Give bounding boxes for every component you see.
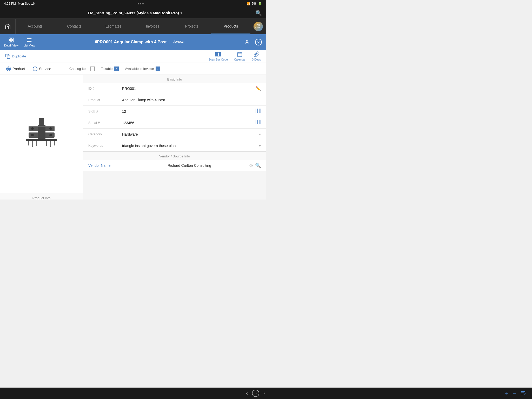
record-title: #PRO001 Angular Clamp with 4 Post bbox=[95, 40, 167, 44]
nav-bar: Accounts Contacts Estimates Invoices Pro… bbox=[0, 19, 266, 34]
product-radio-group[interactable]: Product bbox=[6, 66, 25, 71]
serial-value: 123456 bbox=[122, 121, 254, 125]
svg-point-22 bbox=[49, 127, 52, 130]
nav-item-estimates[interactable]: Estimates bbox=[94, 19, 133, 34]
available-invoice-box[interactable]: ✓ bbox=[156, 66, 160, 71]
keywords-dropdown-icon[interactable]: ▾ bbox=[259, 144, 261, 148]
sku-label: SKU # bbox=[88, 109, 122, 113]
id-field-row: ID # PRO001 ✏️ bbox=[83, 83, 266, 94]
svg-rect-34 bbox=[256, 109, 256, 113]
category-label: Category bbox=[88, 132, 122, 136]
keywords-label: Keywords bbox=[88, 144, 122, 148]
vendor-info-header: Vendor / Source Info bbox=[83, 152, 266, 160]
title-dropdown-arrow[interactable]: ▾ bbox=[181, 11, 182, 15]
docs-button[interactable]: 0 Docs bbox=[252, 51, 261, 61]
nav-items: Accounts Contacts Estimates Invoices Pro… bbox=[16, 19, 250, 34]
toolbar-left: Detail View List View bbox=[4, 37, 35, 47]
svg-rect-33 bbox=[29, 126, 55, 127]
category-field-row: Category Hardware ▾ bbox=[83, 129, 266, 140]
category-value: Hardware bbox=[122, 132, 257, 136]
svg-rect-8 bbox=[7, 56, 10, 58]
type-selector: Product Service Catalog Item Taxable ✓ A… bbox=[0, 63, 266, 75]
dot3 bbox=[142, 3, 144, 4]
vendor-name-row: Vendor Name Richard Carlton Consulting ⊗… bbox=[83, 160, 266, 171]
service-radio-group[interactable]: Service bbox=[33, 66, 51, 71]
product-label: Product bbox=[88, 98, 122, 102]
svg-rect-45 bbox=[261, 120, 261, 124]
sku-barcode-icon[interactable] bbox=[256, 109, 261, 114]
sku-field-row: SKU # 12 bbox=[83, 106, 266, 117]
vendor-name-value: Richard Carlton Consulting bbox=[168, 163, 247, 168]
nav-item-invoices[interactable]: Invoices bbox=[133, 19, 172, 34]
sku-value: 12 bbox=[122, 109, 254, 114]
status-right: 📶 5% 🔋 bbox=[247, 2, 262, 5]
toolbar-right: ? bbox=[244, 39, 262, 45]
title-bar: FM_Starting_Point_24uss (Myles's MacBook… bbox=[0, 7, 266, 19]
catalog-item-checkbox[interactable]: Catalog Item bbox=[69, 66, 95, 71]
detail-view-button[interactable]: Detail View bbox=[4, 37, 18, 47]
catalog-item-box[interactable] bbox=[90, 66, 95, 71]
edit-icon[interactable]: ✏️ bbox=[256, 86, 261, 91]
taxable-box[interactable]: ✓ bbox=[114, 66, 119, 71]
home-button[interactable] bbox=[0, 19, 16, 34]
status-time: 4:52 PM bbox=[4, 2, 16, 5]
checkboxes: Catalog Item Taxable ✓ Available in Invo… bbox=[69, 66, 160, 71]
category-dropdown-icon[interactable]: ▾ bbox=[259, 132, 261, 136]
wifi-icon: 📶 bbox=[247, 2, 250, 5]
svg-rect-44 bbox=[260, 120, 260, 124]
battery-icon: 🔋 bbox=[258, 2, 262, 5]
svg-rect-31 bbox=[26, 139, 57, 141]
duplicate-text: Duplicate bbox=[12, 54, 26, 58]
list-view-button[interactable]: List View bbox=[24, 37, 35, 47]
available-invoice-checkbox[interactable]: Available in Invoice ✓ bbox=[125, 66, 160, 71]
svg-rect-40 bbox=[256, 120, 256, 124]
battery-percent: 5% bbox=[252, 2, 256, 5]
svg-rect-36 bbox=[257, 109, 258, 113]
toolbar: Detail View List View #PRO001 Angular Cl… bbox=[0, 34, 266, 50]
svg-rect-39 bbox=[261, 109, 261, 113]
svg-rect-2 bbox=[9, 41, 11, 42]
nav-item-projects[interactable]: Projects bbox=[172, 19, 211, 34]
vendor-name-label[interactable]: Vendor Name bbox=[88, 163, 168, 168]
service-radio[interactable] bbox=[33, 66, 37, 71]
product-info-title: Product Info bbox=[4, 196, 79, 200]
duplicate-button[interactable]: Detail View Duplicate bbox=[5, 54, 26, 59]
scan-barcode-button[interactable]: Scan Bar Code bbox=[209, 51, 228, 61]
svg-rect-3 bbox=[12, 41, 13, 42]
product-radio[interactable] bbox=[6, 66, 11, 71]
nav-item-products[interactable]: Products bbox=[211, 19, 250, 34]
record-status: Active bbox=[173, 40, 185, 44]
basic-info-header: Basic Info bbox=[83, 75, 266, 83]
detail-view-label: Detail View bbox=[4, 44, 18, 47]
svg-rect-14 bbox=[238, 52, 242, 57]
action-toolbar: Detail View Duplicate Scan Bar Code Cale… bbox=[0, 50, 266, 63]
dot1 bbox=[138, 3, 139, 4]
status-left: 4:52 PM Mon Sep 16 bbox=[4, 2, 35, 5]
dot2 bbox=[140, 3, 141, 4]
clear-vendor-icon[interactable]: ⊗ bbox=[249, 163, 253, 168]
taxable-checkbox[interactable]: Taxable ✓ bbox=[101, 66, 119, 71]
keywords-field-row: Keywords triangle instant govern these p… bbox=[83, 140, 266, 151]
svg-rect-9 bbox=[216, 52, 217, 56]
title-bar-center: FM_Starting_Point_24uss (Myles's MacBook… bbox=[88, 11, 182, 15]
product-image bbox=[16, 110, 68, 157]
help-button[interactable]: ? bbox=[255, 39, 262, 45]
user-profile-button[interactable] bbox=[244, 39, 250, 45]
keywords-value: triangle instant govern these plan bbox=[122, 144, 257, 148]
status-day: Mon Sep 16 bbox=[18, 2, 35, 5]
calendar-button[interactable]: Calendar bbox=[234, 51, 246, 61]
serial-barcode-icon[interactable] bbox=[256, 120, 261, 125]
nav-item-contacts[interactable]: Contacts bbox=[55, 19, 94, 34]
svg-point-7 bbox=[246, 40, 248, 42]
product-radio-label: Product bbox=[12, 67, 25, 71]
taxable-label: Taxable bbox=[101, 67, 113, 71]
app-title: FM_Starting_Point_24uss (Myles's MacBook… bbox=[88, 11, 179, 15]
nav-avatar[interactable]: FMSTART bbox=[250, 19, 266, 34]
search-icon[interactable]: 🔍 bbox=[255, 10, 262, 16]
catalog-item-label: Catalog Item bbox=[69, 67, 89, 71]
nav-item-accounts[interactable]: Accounts bbox=[16, 19, 55, 34]
search-vendor-icon[interactable]: 🔍 bbox=[255, 163, 261, 168]
svg-rect-0 bbox=[9, 38, 11, 39]
serial-label: Serial # bbox=[88, 121, 122, 125]
product-clamp-svg bbox=[18, 113, 65, 155]
